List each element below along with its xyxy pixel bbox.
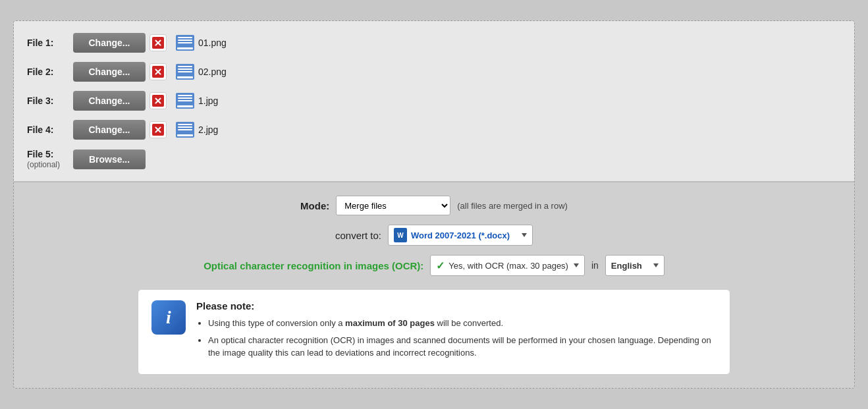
ocr-select-button[interactable]: ✓ Yes, with OCR (max. 30 pages) <box>430 255 585 276</box>
optional-text: (optional) <box>27 160 73 169</box>
info-note: i Please note: Using this type of conver… <box>138 289 730 375</box>
mode-hint: (all files are merged in a row) <box>457 201 568 211</box>
word-icon: W <box>394 228 407 242</box>
info-note-area: i Please note: Using this type of conver… <box>138 285 730 375</box>
file-label-text-5: File 5: <box>27 149 73 160</box>
file-name-3: 1.jpg <box>198 95 218 106</box>
info-content: Please note: Using this type of conversi… <box>196 300 717 364</box>
file-icon-img-4 <box>176 122 194 138</box>
convert-to-label: convert to: <box>335 230 381 241</box>
ocr-row: Optical character recognition in images … <box>203 255 665 276</box>
file-name-2: 02.png <box>198 67 227 77</box>
delete-button-2[interactable] <box>149 63 167 80</box>
mode-select[interactable]: Merge files Convert files separately <box>336 196 450 215</box>
file-icon-img-2 <box>176 64 194 80</box>
info-icon: i <box>151 300 186 335</box>
change-button-2[interactable]: Change... <box>73 62 146 82</box>
file-label-4: File 4: <box>27 124 73 135</box>
delete-button-4[interactable] <box>149 121 167 138</box>
delete-button-3[interactable] <box>149 92 167 109</box>
mode-label: Mode: <box>300 200 329 211</box>
file-label-1: File 1: <box>27 38 73 48</box>
language-value: English <box>611 261 648 271</box>
file-row-2: File 2:Change...02.png <box>27 62 841 82</box>
main-container: File 1:Change...01.pngFile 2:Change...02… <box>13 20 855 389</box>
file-upload-section: File 1:Change...01.pngFile 2:Change...02… <box>14 21 854 182</box>
convert-to-row: convert to: W Word 2007-2021 (*.docx) <box>335 225 533 246</box>
info-bullet-2: An optical character recognition (OCR) i… <box>208 334 717 360</box>
convert-to-value: Word 2007-2021 (*.docx) <box>411 231 516 240</box>
delete-x-icon-1 <box>152 37 164 49</box>
info-title: Please note: <box>196 300 717 312</box>
file-icon-4: 2.jpg <box>176 122 218 138</box>
file-name-1: 01.png <box>198 38 227 48</box>
delete-x-icon-3 <box>152 95 164 107</box>
delete-x-icon-4 <box>152 124 164 136</box>
info-icon-text: i <box>166 307 171 328</box>
file-row-4: File 4:Change...2.jpg <box>27 120 841 140</box>
change-button-4[interactable]: Change... <box>73 120 146 140</box>
file-icon-1: 01.png <box>176 35 227 51</box>
file-name-4: 2.jpg <box>198 124 218 135</box>
check-icon: ✓ <box>436 259 445 272</box>
delete-button-1[interactable] <box>149 34 167 51</box>
in-label: in <box>591 260 599 271</box>
convert-to-arrow-icon <box>522 233 527 237</box>
file-row-3: File 3:Change...1.jpg <box>27 91 841 111</box>
file-label-2: File 2: <box>27 67 73 77</box>
ocr-label: Optical character recognition in images … <box>203 260 423 271</box>
lang-arrow-icon <box>653 263 659 267</box>
delete-x-icon-2 <box>152 66 164 78</box>
mode-row: Mode: Merge files Convert files separate… <box>300 196 568 215</box>
options-section: Mode: Merge files Convert files separate… <box>14 182 854 388</box>
file-row-1: File 1:Change...01.png <box>27 33 841 53</box>
file-icon-img-3 <box>176 93 194 109</box>
file-row-5: File 5:(optional)Browse... <box>27 149 841 169</box>
change-button-3[interactable]: Change... <box>73 91 146 111</box>
file-icon-3: 1.jpg <box>176 93 218 109</box>
convert-to-button[interactable]: W Word 2007-2021 (*.docx) <box>388 225 533 246</box>
ocr-value: Yes, with OCR (max. 30 pages) <box>448 261 568 271</box>
file-label-5: File 5:(optional) <box>27 149 73 169</box>
ocr-arrow-icon <box>574 263 579 267</box>
file-icon-img-1 <box>176 35 194 51</box>
file-label-3: File 3: <box>27 95 73 106</box>
info-bullet-1: Using this type of conversion only a max… <box>208 317 717 330</box>
file-icon-2: 02.png <box>176 64 227 80</box>
options-area: Mode: Merge files Convert files separate… <box>27 196 841 375</box>
browse-button-5[interactable]: Browse... <box>73 150 146 169</box>
change-button-1[interactable]: Change... <box>73 33 146 53</box>
language-select-button[interactable]: English <box>605 255 665 276</box>
info-bullets: Using this type of conversion only a max… <box>196 317 717 360</box>
